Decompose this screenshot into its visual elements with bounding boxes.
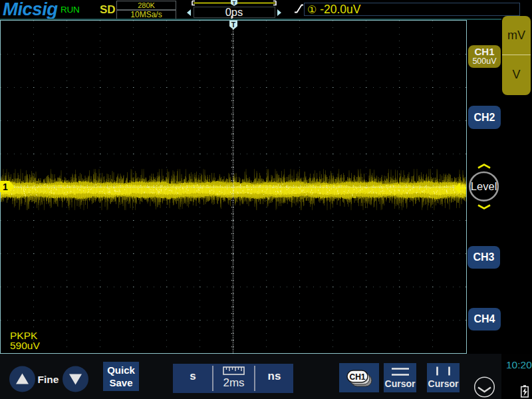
svg-text:0ps: 0ps xyxy=(225,6,243,18)
svg-text:Cursor: Cursor xyxy=(428,378,459,389)
svg-text:T: T xyxy=(231,21,236,29)
svg-text:1: 1 xyxy=(3,182,8,192)
svg-text:CH1: CH1 xyxy=(349,372,365,382)
svg-text:T: T xyxy=(233,0,236,6)
svg-text:590uV: 590uV xyxy=(10,340,40,351)
svg-text:Cursor: Cursor xyxy=(385,378,416,389)
svg-text:Fine: Fine xyxy=(38,374,59,385)
svg-text:Level: Level xyxy=(471,180,497,192)
